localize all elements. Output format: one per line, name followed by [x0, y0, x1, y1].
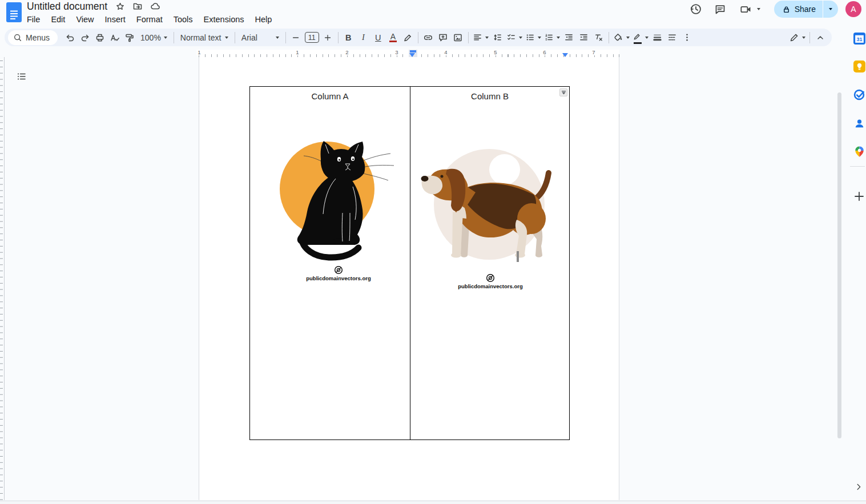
increase-font-size-button[interactable] [321, 30, 335, 45]
add-comment-button[interactable] [436, 30, 450, 45]
menu-help[interactable]: Help [255, 15, 272, 24]
title-block: Untitled document File Edit View Insert … [27, 0, 272, 25]
border-width-button[interactable] [650, 30, 664, 45]
move-to-folder-icon[interactable] [132, 1, 143, 11]
toolbar-separator [285, 32, 286, 43]
cat-image [269, 127, 408, 263]
toolbar-separator [809, 32, 810, 43]
vertical-ruler [0, 57, 5, 500]
ruler-number: 1 [196, 50, 202, 55]
decrease-font-size-button[interactable] [289, 30, 303, 45]
insert-link-button[interactable] [421, 30, 436, 45]
app-header: Untitled document File Edit View Insert … [0, 0, 866, 26]
toolbar-separator [338, 32, 339, 43]
search-menus-button[interactable]: Menus [8, 30, 58, 45]
increase-indent-button[interactable] [577, 30, 591, 45]
menu-edit[interactable]: Edit [51, 15, 65, 24]
keep-rail-button[interactable] [852, 59, 866, 73]
document-page: Column A [199, 57, 619, 500]
beagle-dog-illustration[interactable]: publicdomainvectors.org [421, 144, 560, 289]
clear-formatting-button[interactable] [591, 30, 606, 45]
table-border-handle[interactable] [517, 251, 519, 262]
menu-tools[interactable]: Tools [174, 15, 193, 24]
border-color-button[interactable] [631, 30, 650, 45]
text-color-button[interactable]: A [386, 30, 400, 45]
video-call-icon[interactable] [739, 2, 753, 16]
fill-color-button[interactable] [612, 30, 631, 45]
rail-divider [850, 166, 865, 167]
more-toolbar-options-button[interactable] [680, 30, 694, 45]
collapse-toolbar-button[interactable] [813, 30, 827, 45]
black-cat-illustration[interactable]: publicdomainvectors.org [269, 127, 408, 281]
show-side-panel-button[interactable] [853, 481, 864, 493]
menu-format[interactable]: Format [136, 15, 163, 24]
border-dash-button[interactable] [665, 30, 679, 45]
toolbar: Menus 100% Normal text Arial 11 B I U A [5, 29, 832, 46]
get-addons-button[interactable] [852, 189, 866, 203]
cloud-status-icon[interactable] [150, 1, 160, 11]
spelling-grammar-check-button[interactable] [107, 30, 122, 45]
text-color-swatch [389, 41, 397, 42]
table-options-button[interactable] [559, 88, 567, 96]
vertical-scrollbar-thumb[interactable] [837, 92, 841, 438]
calendar-icon: 31 [853, 33, 865, 45]
decrease-indent-button[interactable] [562, 30, 576, 45]
docs-logo[interactable] [6, 2, 22, 22]
bold-button[interactable]: B [341, 30, 356, 45]
star-icon[interactable] [115, 1, 125, 11]
table-cell-column-a[interactable]: Column A [250, 87, 410, 440]
maps-icon [853, 146, 865, 158]
insert-image-button[interactable] [451, 30, 465, 45]
share-label: Share [795, 5, 816, 14]
document-title[interactable]: Untitled document [27, 1, 107, 13]
editing-mode-button[interactable] [788, 30, 807, 45]
checklist-button[interactable] [505, 30, 523, 45]
font-family-select[interactable]: Arial [238, 30, 283, 45]
version-history-icon[interactable] [689, 2, 703, 16]
bulleted-list-button[interactable] [524, 30, 542, 45]
left-indent-marker[interactable] [409, 53, 415, 57]
right-indent-marker[interactable] [562, 53, 568, 57]
menu-insert[interactable]: Insert [105, 15, 126, 24]
video-call-dropdown[interactable] [757, 8, 760, 10]
dog-caption: publicdomainvectors.org [421, 273, 560, 289]
lock-icon [782, 5, 791, 14]
table-cell-column-b[interactable]: Column B [410, 87, 569, 440]
horizontal-ruler: 1 1 2 3 4 5 6 7 [199, 50, 619, 57]
zoom-select[interactable]: 100% [137, 30, 171, 45]
account-avatar[interactable]: A [845, 1, 861, 17]
undo-button[interactable] [63, 30, 77, 45]
share-dropdown[interactable] [823, 1, 838, 18]
menu-view[interactable]: View [76, 15, 94, 24]
share-button[interactable]: Share [774, 1, 838, 18]
cat-caption-text: publicdomainvectors.org [306, 275, 371, 281]
numbered-list-button[interactable] [543, 30, 561, 45]
ruler-number: 1 [295, 50, 300, 55]
calendar-rail-button[interactable]: 31 [852, 31, 866, 45]
document-table: Column A [249, 86, 570, 440]
line-spacing-button[interactable] [490, 30, 505, 45]
font-size-value[interactable]: 11 [304, 30, 320, 45]
tasks-rail-button[interactable] [852, 88, 866, 102]
contacts-rail-button[interactable] [852, 116, 866, 130]
paint-format-button[interactable] [122, 30, 136, 45]
toolbar-separator [235, 32, 235, 43]
menu-extensions[interactable]: Extensions [204, 15, 244, 24]
print-button[interactable] [92, 30, 107, 45]
redo-button[interactable] [78, 30, 92, 45]
italic-button[interactable]: I [356, 30, 370, 45]
comment-history-icon[interactable] [714, 2, 727, 16]
maps-rail-button[interactable] [852, 144, 866, 158]
ruler-number: 7 [591, 50, 596, 55]
first-line-indent-marker[interactable] [410, 50, 416, 53]
menu-file[interactable]: File [27, 15, 40, 24]
align-button[interactable] [472, 30, 490, 45]
paragraph-style-select[interactable]: Normal text [177, 30, 232, 45]
document-outline-button[interactable] [17, 71, 27, 82]
window-bottom-edge [0, 501, 866, 504]
cat-caption: publicdomainvectors.org [269, 265, 408, 281]
underline-button[interactable]: U [371, 30, 385, 45]
highlight-color-button[interactable] [401, 30, 415, 45]
column-b-header: Column B [410, 87, 569, 101]
ruler-number: 4 [443, 50, 448, 55]
